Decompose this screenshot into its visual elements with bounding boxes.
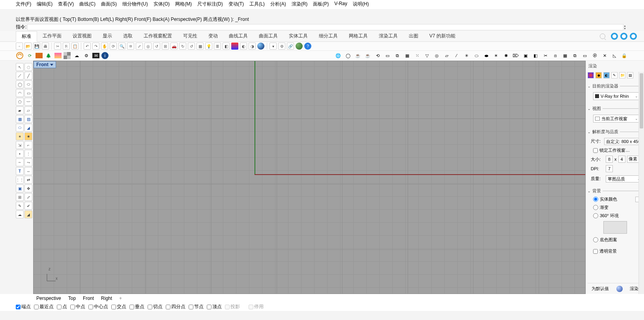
ribbon-tab-transform[interactable]: 变动	[203, 31, 223, 41]
command-history-spinner[interactable]: ▲▼	[623, 24, 628, 30]
scale-icon[interactable]: ⤢	[24, 193, 32, 201]
sphere-net-icon[interactable]: ⦿	[591, 52, 599, 60]
link-icon[interactable]: 🔗	[287, 43, 294, 50]
bg-360-radio[interactable]: 360° 环境	[593, 213, 642, 219]
curve-icon[interactable]: 〰	[24, 98, 32, 106]
compass-icon[interactable]: ✕	[601, 52, 608, 60]
props-icon[interactable]: ◧	[223, 43, 230, 50]
cone-light-icon[interactable]: ▽	[423, 52, 431, 60]
cloud-icon[interactable]: ☁	[73, 52, 80, 60]
undo-icon[interactable]: ↶	[84, 43, 91, 50]
panel-icon[interactable]: ▭	[384, 52, 391, 60]
osnap-vertex[interactable]: 顶点	[207, 303, 222, 310]
undo-view-icon[interactable]: ↺	[153, 43, 160, 50]
arc-icon[interactable]: ◠	[16, 89, 24, 97]
new-icon[interactable]: ▫	[16, 43, 23, 50]
solid-box-icon[interactable]: ▣	[16, 184, 24, 192]
explode-out-icon[interactable]: ✶	[16, 132, 24, 140]
grid-dots-icon[interactable]: ⁙	[413, 52, 421, 60]
refresh-icon[interactable]: ⟳	[26, 52, 34, 60]
move-icon[interactable]: ✥	[24, 184, 32, 192]
four-view-icon[interactable]: ⊞	[162, 43, 169, 50]
rendered-icon[interactable]	[257, 43, 264, 50]
size-combo[interactable]: 自定义: 800 x 450	[604, 138, 642, 145]
menu-tools[interactable]: 工具(L)	[249, 1, 265, 7]
checker-icon[interactable]	[64, 52, 71, 59]
circle-tool-icon[interactable]: ◯	[16, 80, 24, 88]
bg-transparent-check[interactable]: 透明背景	[593, 248, 642, 254]
light-icon[interactable]: 💡	[205, 43, 212, 50]
help-icon[interactable]: ?	[304, 43, 311, 50]
ribbon-tab-setview[interactable]: 设置视图	[67, 31, 97, 41]
sun-sky-icon[interactable]	[54, 53, 62, 58]
osnap-perp[interactable]: 垂点	[129, 303, 144, 310]
view-tab-top[interactable]: Top	[68, 296, 76, 301]
polyline-icon[interactable]: ／	[16, 72, 24, 80]
viewport-title[interactable]: Front	[34, 61, 56, 68]
menu-dim[interactable]: 尺寸标注(D)	[197, 1, 223, 7]
clip-icon[interactable]: ⧈	[551, 52, 559, 60]
menu-subd[interactable]: 细分物件(U)	[122, 1, 148, 7]
grid3-icon[interactable]: ▦	[561, 52, 569, 60]
panel-tab-env-icon[interactable]: ◐	[603, 72, 610, 78]
sphere-outline-icon[interactable]: ◯	[344, 52, 352, 60]
quality-combo[interactable]: 草图品质⌄	[606, 175, 642, 182]
osnap-quad[interactable]: 四分点	[166, 303, 185, 310]
uv-icon[interactable]: ▦	[403, 52, 411, 60]
zoom-selected-icon[interactable]: ◎	[144, 43, 152, 50]
viewport-dropdown-icon[interactable]	[50, 64, 53, 66]
section-renderer[interactable]: ⌄目前的渲染器	[588, 83, 642, 89]
menu-analyze[interactable]: 分析(A)	[270, 1, 286, 7]
pointer-icon[interactable]: ↖	[16, 63, 24, 71]
ribbon-tab-v7[interactable]: V7 的新功能	[424, 31, 461, 41]
filter-icon[interactable]: ▾	[270, 43, 277, 50]
ribbon-tab-select[interactable]: 选取	[118, 31, 138, 41]
array-icon[interactable]: ⋮⋮	[16, 176, 24, 184]
sunlight-icon[interactable]: ☀	[492, 52, 500, 60]
globe-icon[interactable]: 🌐	[334, 52, 342, 60]
plane3d-icon[interactable]: ▱	[24, 106, 32, 114]
rotate-view-icon[interactable]: ⟳	[110, 43, 117, 50]
ribbon-tab-viewport-layout[interactable]: 工作视窗配置	[138, 31, 178, 41]
cloud-obj-icon[interactable]: ☁	[16, 210, 24, 218]
rays-icon[interactable]: ✺	[502, 52, 510, 60]
menu-solid[interactable]: 实体(O)	[154, 1, 170, 7]
render-icon[interactable]	[231, 43, 238, 50]
vray-gear-1-icon[interactable]	[611, 33, 618, 40]
menu-file[interactable]: 文件(F)	[16, 1, 31, 7]
ribbon-tab-drafting[interactable]: 出图	[403, 31, 424, 41]
line-seg-icon[interactable]: ╱	[24, 72, 32, 80]
panel-scroll-thumb[interactable]	[640, 73, 643, 128]
cplane-icon[interactable]: ▦	[197, 43, 204, 50]
ribbon-tab-visibility[interactable]: 可见性	[178, 31, 203, 41]
ring-light-icon[interactable]: ◎	[433, 52, 441, 60]
print-icon[interactable]: 🖶	[42, 43, 49, 50]
lock-viewport-check[interactable]: 锁定工作视窗…	[593, 147, 642, 153]
area-light-icon[interactable]: ▱	[443, 52, 451, 60]
mirror-icon[interactable]: ⇄	[24, 176, 32, 184]
layers-icon[interactable]: ≣	[214, 43, 221, 50]
panel-tab-lib-icon[interactable]: 📁	[619, 72, 625, 78]
menu-surface[interactable]: 曲面(S)	[101, 1, 117, 7]
knot-icon[interactable]: ⤳	[24, 158, 32, 166]
options-icon[interactable]: ⚙	[278, 43, 285, 50]
text-icon[interactable]: T	[16, 167, 24, 175]
cube-icon[interactable]: ▣	[522, 52, 530, 60]
menu-edit[interactable]: 编辑(E)	[37, 1, 52, 7]
monitor-icon[interactable]	[36, 53, 43, 58]
menu-vray[interactable]: V-Ray	[334, 1, 347, 7]
section-view[interactable]: ⌄视图	[588, 106, 642, 112]
vray-gear-3-icon[interactable]	[630, 33, 637, 40]
menu-panel[interactable]: 面板(P)	[313, 1, 329, 7]
ghosted-icon[interactable]: ◑	[249, 43, 256, 50]
zoom-extents-icon[interactable]: ⤢	[136, 43, 143, 50]
copy-icon[interactable]: ⎘	[63, 43, 70, 50]
ribbon-tab-mesh-tools[interactable]: 网格工具	[343, 31, 373, 41]
ellipse-icon[interactable]: ⬭	[24, 80, 32, 88]
ribbon-tab-surface-tools[interactable]: 曲面工具	[253, 31, 283, 41]
ribbon-tab-subd-tools[interactable]: 细分工具	[313, 31, 343, 41]
rotate-cw-icon[interactable]: ↻	[179, 43, 186, 50]
view-tab-add[interactable]: +	[119, 296, 122, 301]
lasso-icon[interactable]: ◌	[24, 63, 32, 71]
panel-tab-settings-icon[interactable]: ▤	[627, 72, 633, 78]
